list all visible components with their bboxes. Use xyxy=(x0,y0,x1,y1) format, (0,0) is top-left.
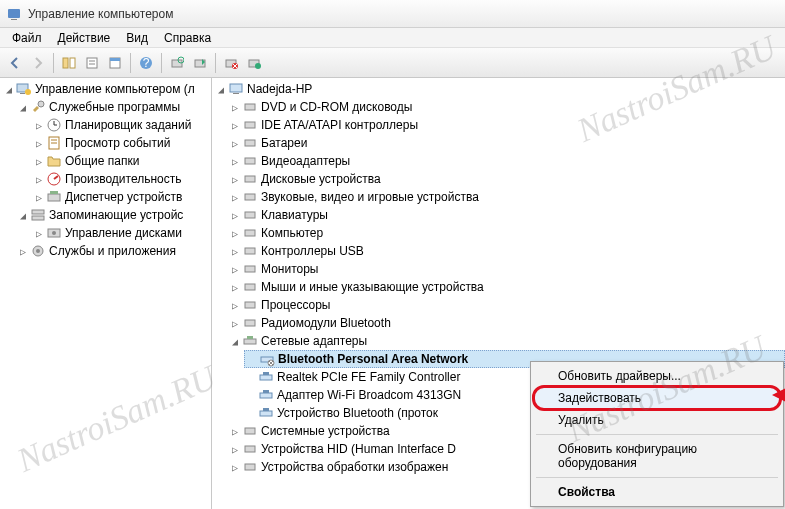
tree-item[interactable]: ▷Управление дисками xyxy=(32,224,211,242)
toolbar-properties[interactable] xyxy=(81,52,103,74)
category-icon xyxy=(242,117,258,133)
device-category[interactable]: ▷Видеоадаптеры xyxy=(228,152,785,170)
tree-root[interactable]: ◢ Управление компьютером (л xyxy=(0,80,211,98)
device-category[interactable]: ▷Компьютер xyxy=(228,224,785,242)
category-icon xyxy=(242,189,258,205)
expand-icon[interactable]: ▷ xyxy=(228,156,242,167)
toolbar-back[interactable] xyxy=(4,52,26,74)
right-pane: ◢ Nadejda-HP ▷DVD и CD-ROM дисководы▷IDE… xyxy=(212,78,785,509)
expand-icon[interactable]: ▷ xyxy=(32,192,46,203)
menu-help[interactable]: Справка xyxy=(156,29,219,47)
toolbar-uninstall[interactable] xyxy=(220,52,242,74)
tree-item[interactable]: ▷Диспетчер устройств xyxy=(32,188,211,206)
expand-icon[interactable]: ▷ xyxy=(32,138,46,149)
ctx-properties[interactable]: Свойства xyxy=(534,481,780,503)
menu-file[interactable]: Файл xyxy=(4,29,50,47)
mmc-tree: ◢ Управление компьютером (л ◢Служебные п… xyxy=(0,80,211,260)
expand-icon[interactable]: ▷ xyxy=(228,264,242,275)
svg-rect-65 xyxy=(245,428,255,434)
collapse-icon[interactable]: ◢ xyxy=(16,210,30,221)
expand-icon[interactable]: ▷ xyxy=(32,156,46,167)
toolbar-show-hide[interactable] xyxy=(58,52,80,74)
window-title: Управление компьютером xyxy=(28,7,173,21)
expand-icon[interactable]: ▷ xyxy=(228,210,242,221)
collapse-icon[interactable]: ◢ xyxy=(214,84,228,95)
expand-icon[interactable]: ▷ xyxy=(228,318,242,329)
toolbar-scan[interactable] xyxy=(166,52,188,74)
toolbar-help[interactable]: ? xyxy=(135,52,157,74)
toolbar-export[interactable] xyxy=(104,52,126,74)
svg-rect-42 xyxy=(245,104,255,110)
expand-icon[interactable]: ▷ xyxy=(32,174,46,185)
tree-item[interactable]: ▷Общие папки xyxy=(32,152,211,170)
device-category[interactable]: ▷Радиомодули Bluetooth xyxy=(228,314,785,332)
expand-icon[interactable]: ▷ xyxy=(228,102,242,113)
category-label: DVD и CD-ROM дисководы xyxy=(261,100,412,114)
ctx-update-drivers[interactable]: Обновить драйверы... xyxy=(534,365,780,387)
collapse-icon[interactable]: ◢ xyxy=(228,336,242,347)
tree-item[interactable]: ▷Планировщик заданий xyxy=(32,116,211,134)
computer-mgmt-icon xyxy=(16,81,32,97)
expand-icon[interactable]: ▷ xyxy=(32,120,46,131)
item-icon xyxy=(46,153,62,169)
category-label: Компьютер xyxy=(261,226,323,240)
expand-icon[interactable]: ▷ xyxy=(228,246,242,257)
tree-group[interactable]: ▷Службы и приложения xyxy=(16,242,211,260)
titlebar: Управление компьютером xyxy=(0,0,785,28)
tree-item[interactable]: ▷Просмотр событий xyxy=(32,134,211,152)
expand-icon[interactable]: ▷ xyxy=(228,426,242,437)
collapse-icon[interactable]: ◢ xyxy=(2,84,16,95)
expand-icon[interactable]: ▷ xyxy=(228,228,242,239)
expand-icon[interactable]: ▷ xyxy=(228,174,242,185)
device-category[interactable]: ▷Батареи xyxy=(228,134,785,152)
device-category[interactable]: ▷Дисковые устройства xyxy=(228,170,785,188)
ctx-enable[interactable]: Задействовать xyxy=(534,387,780,409)
item-label: Диспетчер устройств xyxy=(65,190,182,204)
toolbar-forward[interactable] xyxy=(27,52,49,74)
left-pane: ◢ Управление компьютером (л ◢Служебные п… xyxy=(0,78,212,509)
toolbar-enable[interactable] xyxy=(189,52,211,74)
svg-point-39 xyxy=(36,249,40,253)
svg-rect-32 xyxy=(48,194,60,201)
svg-rect-46 xyxy=(245,176,255,182)
svg-rect-21 xyxy=(20,93,25,94)
collapse-icon[interactable]: ◢ xyxy=(16,102,30,113)
tree-group[interactable]: ◢Запоминающие устройс xyxy=(16,206,211,224)
menu-action[interactable]: Действие xyxy=(50,29,119,47)
tree-group[interactable]: ◢Служебные программы xyxy=(16,98,211,116)
tree-item[interactable]: ▷Производительность xyxy=(32,170,211,188)
device-category-network[interactable]: ◢Сетевые адаптеры xyxy=(228,332,785,350)
expand-icon[interactable]: ▷ xyxy=(228,300,242,311)
group-label: Запоминающие устройс xyxy=(49,208,183,222)
item-label: Планировщик заданий xyxy=(65,118,191,132)
svg-rect-3 xyxy=(70,58,75,68)
svg-rect-33 xyxy=(50,191,58,194)
ctx-scan-hardware[interactable]: Обновить конфигурацию оборудования xyxy=(534,438,780,474)
main-split: ◢ Управление компьютером (л ◢Служебные п… xyxy=(0,78,785,509)
expand-icon[interactable]: ▷ xyxy=(228,138,242,149)
device-category[interactable]: ▷Контроллеры USB xyxy=(228,242,785,260)
category-icon xyxy=(242,423,258,439)
category-icon xyxy=(242,171,258,187)
category-icon xyxy=(242,279,258,295)
device-category[interactable]: ▷IDE ATA/ATAPI контроллеры xyxy=(228,116,785,134)
toolbar-update[interactable] xyxy=(243,52,265,74)
device-category[interactable]: ▷Мыши и иные указывающие устройства xyxy=(228,278,785,296)
expand-icon[interactable]: ▷ xyxy=(228,282,242,293)
device-category[interactable]: ▷Звуковые, видео и игровые устройства xyxy=(228,188,785,206)
device-category[interactable]: ▷Процессоры xyxy=(228,296,785,314)
expand-icon[interactable]: ▷ xyxy=(32,228,46,239)
device-label: Bluetooth Personal Area Network xyxy=(278,352,468,366)
expand-icon[interactable]: ▷ xyxy=(228,462,242,473)
svg-rect-47 xyxy=(245,194,255,200)
svg-rect-54 xyxy=(245,320,255,326)
device-root[interactable]: ◢ Nadejda-HP xyxy=(212,80,785,98)
expand-icon[interactable]: ▷ xyxy=(228,444,242,455)
ctx-delete[interactable]: Удалить xyxy=(534,409,780,431)
device-category[interactable]: ▷Мониторы xyxy=(228,260,785,278)
menu-view[interactable]: Вид xyxy=(118,29,156,47)
expand-icon[interactable]: ▷ xyxy=(228,120,242,131)
expand-icon[interactable]: ▷ xyxy=(228,192,242,203)
device-category[interactable]: ▷DVD и CD-ROM дисководы xyxy=(228,98,785,116)
device-category[interactable]: ▷Клавиатуры xyxy=(228,206,785,224)
